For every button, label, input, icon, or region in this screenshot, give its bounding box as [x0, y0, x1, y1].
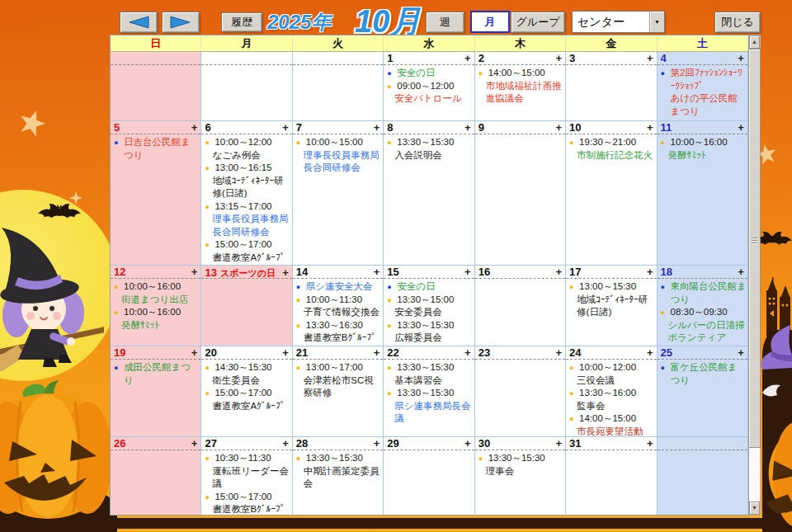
calendar-event[interactable]: ●10:30～11:30運転班リーダー会議 [204, 452, 290, 491]
calendar-event[interactable]: ●13:15～17:00理事長役員事務局長合同研修会 [204, 200, 290, 239]
day-cell-1[interactable]: 1+●安全の日●09:00～12:00安全パトロール [384, 52, 474, 121]
calendar-event[interactable]: ●15:00～17:00書道教室Aｸﾞﾙｰﾌﾟ [204, 238, 290, 264]
calendar-event[interactable]: ●13:30～15:30基本講習会 [386, 361, 473, 387]
calendar-event[interactable]: ●15:00～17:00書道教室Aｸﾞﾙｰﾌﾟ [204, 387, 290, 412]
calendar-event[interactable]: ●13:30～16:00監事会 [568, 387, 655, 412]
calendar-event[interactable]: ●13:00～16:15地域ｺｰﾃﾞｨﾈｰﾀｰ研修(日諸) [204, 162, 290, 200]
add-event-button[interactable]: + [282, 349, 289, 357]
add-event-button[interactable]: + [374, 349, 380, 357]
day-cell-24[interactable]: 24+●10:00～12:00三役会議●13:30～16:00監事会●14:00… [566, 346, 657, 437]
day-cell-7[interactable]: 7+●10:00～15:00理事長役員事務局長合同研修会 [293, 121, 384, 266]
calendar-event[interactable]: ●10:00～12:00三役会議 [568, 361, 655, 387]
day-cell-15[interactable]: 15+●安全の日●13:30～15:00安全委員会●13:30～15:30広報委… [384, 266, 474, 346]
calendar-event[interactable]: ●13:30～15:30県シ連事務局長会議 [386, 387, 473, 426]
day-cell-13[interactable]: 13スポーツの日+ [201, 266, 292, 346]
prev-month-button[interactable] [120, 12, 158, 33]
add-event-button[interactable]: + [556, 349, 563, 357]
vertical-scrollbar[interactable]: ▲ ▼ [749, 35, 761, 516]
add-event-button[interactable]: + [647, 440, 653, 448]
day-cell-12[interactable]: 12+●10:00～16:00街道まつり出店●10:00～16:00発酵ｻﾐｯﾄ [111, 266, 201, 346]
day-cell-11[interactable]: 11+●10:00～16:00発酵ｻﾐｯﾄ [658, 121, 748, 266]
add-event-button[interactable]: + [556, 268, 563, 276]
add-event-button[interactable]: + [738, 54, 744, 63]
week-view-button[interactable]: 週 [426, 12, 464, 33]
calendar-event[interactable]: ●10:00～11:30子育て情報交換会 [295, 294, 382, 319]
scrollbar-up-button[interactable]: ▲ [749, 35, 760, 49]
calendar-event[interactable]: ●10:00～16:00発酵ｻﾐｯﾄ [113, 306, 200, 332]
month-view-button[interactable]: 月 [470, 11, 510, 33]
calendar-event[interactable]: ●富ケ丘公民館まつり [660, 361, 747, 387]
calendar-event[interactable]: ●08:30～09:30シルバーの日清掃ボランティア [660, 306, 747, 345]
add-event-button[interactable]: + [464, 349, 471, 357]
day-cell-17[interactable]: 17+●13:00～15:30地域ｺｰﾃﾞｨﾈｰﾀｰ研修(日諸) [566, 266, 657, 346]
day-cell-16[interactable]: 16+ [475, 266, 566, 346]
day-cell-29[interactable]: 29+ [384, 437, 474, 516]
calendar-event[interactable]: ●14:00～15:00市長宛要望活動 [568, 412, 655, 437]
add-event-button[interactable]: + [374, 268, 380, 276]
day-cell-4[interactable]: 4+●第2回ﾌｧｯｼｮﾝｼｮｰﾜｰｸｼｮｯﾌﾟ あけの平公民館まつり [658, 52, 748, 121]
next-month-button[interactable] [162, 12, 200, 33]
calendar-event[interactable]: ●安全の日 [386, 280, 473, 294]
add-event-button[interactable]: + [464, 440, 471, 448]
day-cell-19[interactable]: 19+●成田公民館まつり [111, 346, 201, 437]
calendar-event[interactable]: ●13:30～15:30理事会 [478, 452, 564, 478]
day-cell-2[interactable]: 2+●14:00～15:00市地域福祉計画推進協議会 [475, 52, 566, 121]
calendar-event[interactable]: ●10:00～12:00なごみ例会 [204, 136, 290, 162]
add-event-button[interactable]: + [738, 268, 744, 276]
add-event-button[interactable]: + [738, 124, 744, 132]
close-button[interactable]: 閉じる [714, 12, 761, 33]
calendar-event[interactable]: ●09:00～12:00安全パトロール [386, 80, 473, 106]
add-event-button[interactable]: + [191, 268, 198, 276]
add-event-button[interactable]: + [647, 349, 653, 357]
calendar-event[interactable]: ●10:00～16:00街道まつり出店 [113, 280, 200, 306]
calendar-event[interactable]: ●10:00～16:00発酵ｻﾐｯﾄ [660, 136, 747, 162]
calendar-event[interactable]: ●県シ連安全大会 [295, 280, 382, 294]
day-cell-25[interactable]: 25+●富ケ丘公民館まつり [658, 346, 748, 437]
calendar-event[interactable]: ●14:00～15:00市地域福祉計画推進協議会 [478, 67, 564, 106]
add-event-button[interactable]: + [282, 269, 289, 277]
day-cell-30[interactable]: 30+●13:30～15:30理事会 [475, 437, 566, 516]
day-cell-26[interactable]: 26+ [111, 437, 201, 516]
day-cell-20[interactable]: 20+●14:30～15:30衛生委員会●15:00～17:00書道教室Aｸﾞﾙ… [201, 346, 292, 437]
day-cell-5[interactable]: 5+●日吉台公民館まつり [111, 121, 201, 266]
day-cell-27[interactable]: 27+●10:30～11:30運転班リーダー会議●15:00～17:00書道教室… [201, 437, 292, 516]
add-event-button[interactable]: + [374, 124, 380, 132]
day-cell-empty[interactable] [658, 437, 748, 516]
calendar-event[interactable]: ●第2回ﾌｧｯｼｮﾝｼｮｰﾜｰｸｼｮｯﾌﾟ あけの平公民館まつり [660, 67, 747, 118]
add-event-button[interactable]: + [374, 440, 380, 448]
day-cell-14[interactable]: 14+●県シ連安全大会●10:00～11:30子育て情報交換会●13:30～16… [293, 266, 384, 346]
add-event-button[interactable]: + [191, 440, 198, 448]
calendar-event[interactable]: ●13:30～15:30広報委員会 [386, 319, 473, 345]
calendar-event[interactable]: ●日吉台公民館まつり [113, 136, 200, 162]
add-event-button[interactable]: + [647, 268, 653, 276]
add-event-button[interactable]: + [191, 124, 198, 132]
day-cell-28[interactable]: 28+●13:30～15:30中期計画策定委員会 [293, 437, 384, 516]
combo-dropdown-button[interactable]: ▼ [649, 12, 664, 32]
day-cell-3[interactable]: 3+ [566, 52, 657, 121]
day-cell-21[interactable]: 21+●13:00～17:00会津若松市SC視察研修 [293, 346, 384, 437]
calendar-event[interactable]: ●19:30～21:00市制施行記念花火 [568, 136, 655, 162]
day-cell-6[interactable]: 6+●10:00～12:00なごみ例会●13:00～16:15地域ｺｰﾃﾞｨﾈｰ… [201, 121, 292, 266]
add-event-button[interactable]: + [464, 268, 471, 276]
add-event-button[interactable]: + [282, 440, 289, 448]
day-cell-empty[interactable] [201, 52, 292, 121]
add-event-button[interactable]: + [282, 124, 289, 132]
add-event-button[interactable]: + [556, 440, 563, 448]
group-view-button[interactable]: グループ [511, 12, 565, 33]
day-cell-8[interactable]: 8+●13:30～15:30入会説明会 [384, 121, 474, 266]
calendar-event[interactable]: ●成田公民館まつり [113, 361, 200, 387]
calendar-event[interactable]: ●14:30～15:30衛生委員会 [204, 361, 290, 387]
calendar-event[interactable]: ●13:30～15:30中期計画策定委員会 [295, 452, 382, 491]
day-cell-empty[interactable] [111, 52, 201, 121]
add-event-button[interactable]: + [191, 349, 198, 357]
day-cell-empty[interactable] [293, 52, 384, 121]
scrollbar-down-button[interactable]: ▼ [749, 501, 760, 515]
add-event-button[interactable]: + [464, 124, 471, 132]
add-event-button[interactable]: + [738, 349, 744, 357]
day-cell-22[interactable]: 22+●13:30～15:30基本講習会●13:30～15:30県シ連事務局長会… [384, 346, 474, 437]
calendar-event[interactable]: ●13:00～17:00会津若松市SC視察研修 [295, 361, 382, 400]
calendar-event[interactable]: ●東向陽台公民館まつり [660, 280, 747, 306]
add-event-button[interactable]: + [647, 54, 653, 63]
calendar-event[interactable]: ●13:30～16:30書道教室Bｸﾞﾙｰﾌﾟ [295, 319, 382, 345]
add-event-button[interactable]: + [556, 124, 563, 132]
